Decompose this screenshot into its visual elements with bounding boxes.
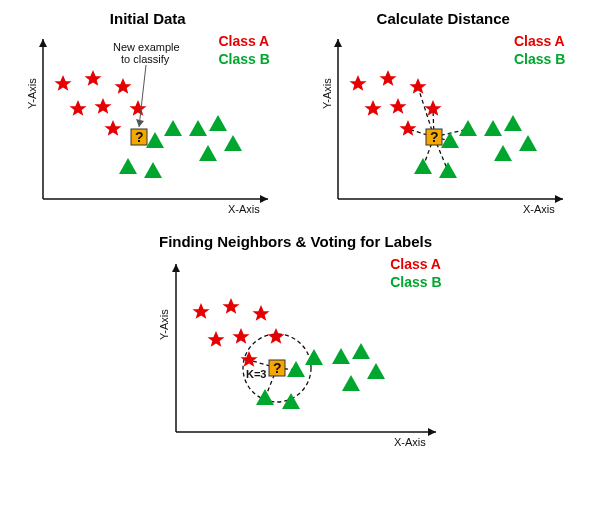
callout-text: New example	[113, 41, 180, 53]
triangle-icon	[209, 115, 227, 131]
triangle-icon	[146, 132, 164, 148]
panel-initial-data: Initial Data Class A Class B X-Axis Y-Ax…	[18, 10, 278, 223]
y-axis-label: Y-Axis	[321, 78, 333, 109]
panel2-legend: Class A Class B	[514, 32, 565, 68]
triangle-icon	[342, 375, 360, 391]
triangle-icon	[189, 120, 207, 136]
triangle-icon	[414, 158, 432, 174]
k-label: K=3	[246, 368, 267, 380]
triangle-icon	[519, 135, 537, 151]
triangle-icon	[119, 158, 137, 174]
panel1-title: Initial Data	[18, 10, 278, 27]
triangle-icon	[439, 162, 457, 178]
callout-text: to classify	[121, 53, 170, 65]
question-mark-icon: ?	[430, 129, 439, 145]
star-icon	[129, 100, 146, 116]
triangle-icon	[352, 343, 370, 359]
star-icon	[267, 328, 284, 344]
triangle-icon	[224, 135, 242, 151]
star-icon	[240, 351, 257, 367]
legend-class-b: Class B	[390, 273, 441, 291]
triangle-icon	[164, 120, 182, 136]
panel-voting: Finding Neighbors & Voting for Labels Cl…	[146, 233, 446, 456]
panel3-legend: Class A Class B	[390, 255, 441, 291]
star-icon	[104, 120, 121, 136]
star-icon	[252, 305, 269, 321]
question-mark-icon: ?	[135, 129, 144, 145]
panel1-legend: Class A Class B	[218, 32, 269, 68]
star-icon	[94, 98, 111, 114]
y-axis-label: Y-Axis	[158, 309, 170, 340]
star-icon	[84, 70, 101, 86]
x-axis-label: X-Axis	[523, 203, 555, 215]
triangle-icon	[459, 120, 477, 136]
legend-class-a: Class A	[390, 255, 441, 273]
triangle-icon	[367, 363, 385, 379]
star-icon	[207, 331, 224, 347]
triangle-icon	[305, 349, 323, 365]
y-axis-label: Y-Axis	[26, 78, 38, 109]
x-axis-label: X-Axis	[228, 203, 260, 215]
star-icon	[69, 100, 86, 116]
star-icon	[222, 298, 239, 314]
panel-calculate-distance: Calculate Distance Class A Class B X-Axi…	[313, 10, 573, 223]
star-icon	[54, 75, 71, 91]
star-icon	[410, 78, 427, 94]
star-icon	[400, 120, 417, 136]
question-mark-icon: ?	[273, 360, 282, 376]
star-icon	[365, 100, 382, 116]
star-icon	[380, 70, 397, 86]
panel2-title: Calculate Distance	[313, 10, 573, 27]
legend-class-a: Class A	[514, 32, 565, 50]
panel3-title: Finding Neighbors & Voting for Labels	[146, 233, 446, 250]
x-axis-label: X-Axis	[394, 436, 426, 448]
triangle-icon	[199, 145, 217, 161]
triangle-icon	[494, 145, 512, 161]
star-icon	[114, 78, 131, 94]
triangle-icon	[144, 162, 162, 178]
triangle-icon	[287, 361, 305, 377]
triangle-icon	[504, 115, 522, 131]
star-icon	[232, 328, 249, 344]
svg-line-2	[139, 65, 146, 127]
legend-class-a: Class A	[218, 32, 269, 50]
star-icon	[390, 98, 407, 114]
triangle-icon	[332, 348, 350, 364]
star-icon	[350, 75, 367, 91]
legend-class-b: Class B	[218, 50, 269, 68]
triangle-icon	[484, 120, 502, 136]
star-icon	[192, 303, 209, 319]
legend-class-b: Class B	[514, 50, 565, 68]
